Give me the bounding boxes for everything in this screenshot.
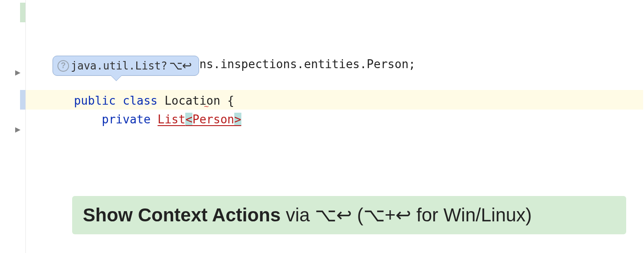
tooltip-shortcut: ⌥↩: [169, 59, 192, 73]
unresolved-type[interactable]: List: [158, 113, 186, 126]
question-icon: ?: [57, 60, 69, 72]
code-line[interactable]: private List<Person>: [32, 90, 644, 110]
error-squiggle-icon: ~: [204, 102, 209, 110]
editor-gutter: ▶ ▶: [0, 0, 26, 253]
code-line[interactable]: import com.jetbrains.inspections.entitie…: [32, 35, 644, 54]
bracket-match: >: [234, 113, 241, 126]
banner-shortcut-mac: ⌥↩: [315, 204, 352, 225]
editor-root: ▶ ▶ import com.jetbrains.inspections.ent…: [0, 0, 644, 253]
banner-win-label: for Win/Linux): [411, 204, 532, 225]
fold-toggle-icon[interactable]: ▶: [15, 68, 20, 77]
keyword-private: private: [102, 113, 151, 126]
presentation-banner: Show Context Actions via ⌥↩ (⌥+↩ for Win…: [72, 196, 626, 234]
banner-paren-open: (: [352, 204, 363, 225]
fold-toggle-icon[interactable]: ▶: [15, 125, 20, 134]
banner-action-name: Show Context Actions: [83, 204, 281, 225]
banner-shortcut-win: ⌥+↩: [363, 204, 412, 225]
quickdoc-tooltip[interactable]: ? java.util.List? ⌥↩: [53, 56, 199, 76]
tooltip-text: java.util.List?: [71, 60, 167, 72]
space: [151, 113, 158, 126]
editor-code-area[interactable]: import com.jetbrains.inspections.entitie…: [26, 0, 644, 253]
generic-type: Person: [192, 113, 234, 126]
indent: [74, 113, 102, 126]
change-stripe-added: [20, 3, 25, 22]
banner-via: via: [281, 204, 315, 225]
change-stripe-modified: [20, 90, 25, 110]
bracket-match: <: [185, 113, 192, 126]
